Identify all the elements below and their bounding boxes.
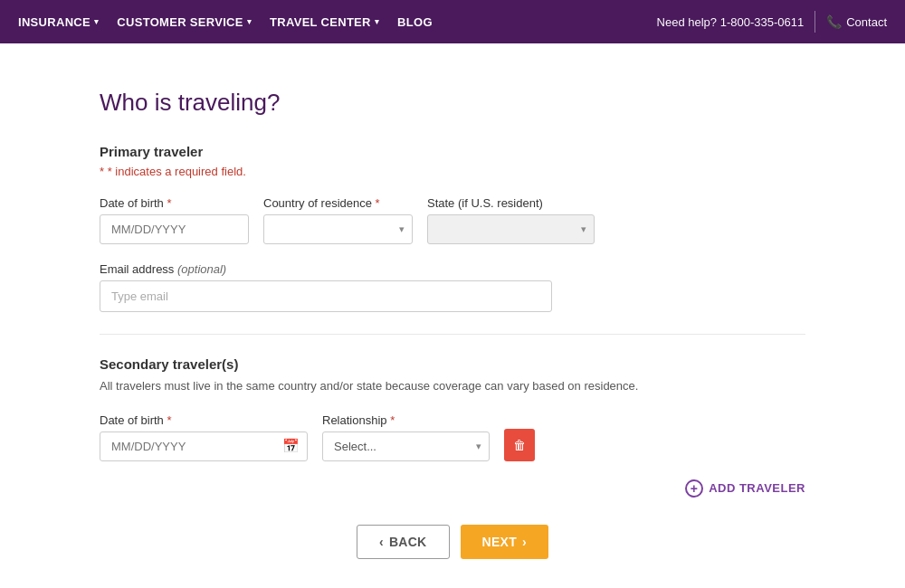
next-button[interactable]: NEXT ›	[461, 525, 549, 559]
chevron-down-icon: ▾	[247, 17, 252, 26]
dob-group-primary: Date of birth * 📅	[100, 196, 249, 244]
contact-button[interactable]: 📞 Contact	[826, 14, 887, 29]
primary-fields-row1: Date of birth * 📅 Country of residence *	[100, 196, 805, 244]
add-traveler-button[interactable]: + ADD TRAVELER	[685, 479, 805, 498]
relationship-select[interactable]: Select... Spouse Child Parent Other	[330, 432, 476, 460]
required-star-dob2: *	[167, 413, 171, 427]
delete-traveler-button[interactable]: 🗑	[504, 429, 535, 461]
country-select-wrapper: United States Canada United Kingdom ▾	[263, 214, 413, 244]
state-label: State (if U.S. resident)	[427, 196, 595, 210]
chevron-down-icon: ▾	[399, 223, 405, 235]
add-traveler-row: + ADD TRAVELER	[100, 479, 805, 498]
dob-group-secondary: Date of birth * 📅	[100, 413, 308, 461]
country-select[interactable]: United States Canada United Kingdom	[272, 215, 399, 243]
optional-label: (optional)	[177, 262, 226, 276]
dob-label-secondary: Date of birth *	[100, 413, 308, 427]
email-input[interactable]	[100, 280, 552, 312]
nav-travel-center[interactable]: TRAVEL CENTER ▾	[270, 15, 379, 29]
required-star: *	[100, 165, 108, 178]
secondary-traveler-section: Secondary traveler(s) All travelers must…	[100, 356, 805, 498]
action-row: ‹ BACK NEXT ›	[100, 525, 805, 559]
required-star-dob: *	[167, 196, 171, 210]
plus-icon: +	[685, 479, 703, 498]
nav-insurance[interactable]: INSURANCE ▾	[18, 15, 99, 29]
secondary-note: All travelers must live in the same coun…	[100, 377, 805, 395]
help-text: Need help? 1-800-335-0611	[657, 15, 805, 29]
nav-right: Need help? 1-800-335-0611 📞 Contact	[657, 11, 887, 33]
state-select-wrapper: Alabama California New York ▾	[427, 214, 595, 244]
required-note: * * indicates a required field.	[100, 165, 805, 178]
dob-input-wrapper-primary: 📅	[100, 214, 249, 244]
chevron-down-icon: ▾	[581, 223, 586, 235]
nav-blog[interactable]: BLOG	[397, 15, 433, 29]
chevron-left-icon: ‹	[379, 535, 384, 549]
relationship-select-wrapper: Select... Spouse Child Parent Other ▾	[322, 432, 490, 461]
secondary-fields-row: Date of birth * 📅 Relationship * Select.…	[100, 413, 805, 461]
country-label: Country of residence *	[263, 196, 413, 210]
dob-label-primary: Date of birth *	[100, 196, 249, 210]
dob-input-wrapper-secondary: 📅	[100, 432, 308, 461]
section-divider	[100, 334, 805, 335]
chevron-down-icon: ▾	[476, 441, 481, 452]
relationship-label: Relationship *	[322, 413, 490, 427]
dob-input-secondary[interactable]	[108, 432, 282, 460]
email-label: Email address (optional)	[100, 262, 552, 276]
chevron-right-icon: ›	[522, 535, 527, 549]
dob-input-primary[interactable]	[108, 215, 267, 243]
navigation: INSURANCE ▾ CUSTOMER SERVICE ▾ TRAVEL CE…	[0, 0, 905, 43]
phone-icon: 📞	[826, 14, 842, 29]
back-button[interactable]: ‹ BACK	[357, 525, 450, 559]
trash-icon: 🗑	[513, 438, 526, 452]
country-group: Country of residence * United States Can…	[263, 196, 413, 244]
calendar-icon-2[interactable]: 📅	[282, 438, 300, 454]
chevron-down-icon: ▾	[94, 17, 99, 26]
primary-traveler-label: Primary traveler	[100, 144, 805, 159]
primary-traveler-section: Primary traveler * * indicates a require…	[100, 144, 805, 312]
main-content: Who is traveling? Primary traveler * * i…	[81, 43, 824, 588]
nav-divider	[814, 11, 815, 33]
email-group: Email address (optional)	[100, 262, 552, 312]
nav-customer-service[interactable]: CUSTOMER SERVICE ▾	[117, 15, 252, 29]
secondary-traveler-label: Secondary traveler(s)	[100, 356, 805, 372]
required-star-rel: *	[390, 413, 395, 427]
nav-left: INSURANCE ▾ CUSTOMER SERVICE ▾ TRAVEL CE…	[18, 15, 433, 29]
required-star-country: *	[376, 196, 380, 210]
state-group: State (if U.S. resident) Alabama Califor…	[427, 196, 595, 244]
state-select[interactable]: Alabama California New York	[435, 215, 581, 243]
chevron-down-icon: ▾	[375, 17, 379, 26]
relationship-group: Relationship * Select... Spouse Child Pa…	[322, 413, 490, 461]
page-title: Who is traveling?	[100, 89, 805, 117]
